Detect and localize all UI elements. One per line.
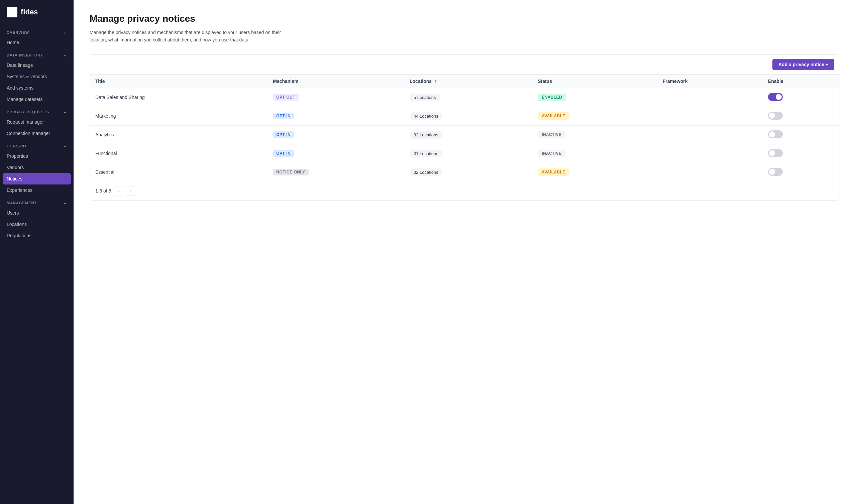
sidebar-item-systems-vendors[interactable]: Systems & vendors [0,71,74,82]
status-badge-2: INACTIVE [538,131,566,138]
enable-toggle-1[interactable] [768,112,783,120]
sidebar-item-locations[interactable]: Locations [0,219,74,230]
table-toolbar: Add a privacy notice + [90,55,840,74]
chevron-up-icon: ⌄ [63,30,67,35]
locations-pill-2: 32 Locations [410,131,442,139]
nav-section-privacy-requests: PRIVACY REQUESTS ⌄ [0,105,74,116]
cell-title-1: Marketing [90,107,268,125]
toggle-slider-1 [768,112,783,120]
cell-status-0: ENABLED [532,88,657,107]
main-content: Manage privacy notices Manage the privac… [74,0,856,504]
mechanism-badge-0: OPT OUT [273,94,299,101]
cell-mechanism-1: OPT IN [268,107,404,125]
sidebar-item-home[interactable]: Home [0,37,74,48]
toggle-slider-0 [768,93,783,101]
status-badge-0: ENABLED [538,94,566,101]
cell-enable-0 [763,88,840,107]
cell-status-1: AVAILABLE [532,107,657,125]
cell-mechanism-3: OPT IN [268,144,404,163]
cell-enable-1 [763,107,840,125]
sort-icon: ▼ [434,79,438,83]
logo-text: fides [21,8,38,16]
cell-mechanism-0: OPT OUT [268,88,404,107]
col-header-locations[interactable]: Locations ▼ [404,74,532,88]
notices-table: Title Mechanism Locations ▼ Status [90,74,840,181]
cell-status-3: INACTIVE [532,144,657,163]
cell-enable-2 [763,125,840,144]
sidebar-item-request-manager[interactable]: Request manager [0,116,74,128]
cell-locations-2: 32 Locations [404,125,532,144]
toggle-slider-4 [768,168,783,176]
col-header-mechanism: Mechanism [268,74,404,88]
locations-pill-4: 32 Locations [410,168,442,176]
mechanism-badge-2: OPT IN [273,131,294,138]
logo: fides [0,0,74,25]
locations-pill-1: 44 Locations [410,112,442,120]
pagination-next-button[interactable]: › [126,186,135,196]
nav-section-consent: CONSENT ⌄ [0,139,74,150]
status-badge-1: AVAILABLE [538,112,569,120]
col-header-title: Title [90,74,268,88]
locations-pill-0: 5 Locations [410,94,440,101]
add-privacy-notice-button[interactable]: Add a privacy notice + [772,59,834,70]
nav-section-data-inventory: DATA INVENTORY ⌄ [0,48,74,59]
table-row[interactable]: Data Sales and Sharing OPT OUT 5 Locatio… [90,88,840,107]
chevron-up-icon: ⌄ [63,110,67,114]
table-row[interactable]: Analytics OPT IN 32 Locations INACTIVE [90,125,840,144]
cell-status-2: INACTIVE [532,125,657,144]
cell-enable-4 [763,163,840,181]
cell-framework-2 [657,125,763,144]
enable-toggle-4[interactable] [768,168,783,176]
table-row[interactable]: Essential NOTICE ONLY 32 Locations AVAIL… [90,163,840,181]
cell-locations-0: 5 Locations [404,88,532,107]
sidebar-item-vendors[interactable]: Vendors [0,162,74,173]
status-badge-4: AVAILABLE [538,168,569,176]
table-header-row: Title Mechanism Locations ▼ Status [90,74,840,88]
toggle-slider-2 [768,130,783,138]
sidebar-item-connection-manager[interactable]: Connection manager [0,128,74,139]
cell-mechanism-4: NOTICE ONLY [268,163,404,181]
chevron-up-icon: ⌄ [63,200,67,205]
col-header-status: Status [532,74,657,88]
toggle-slider-3 [768,149,783,157]
pagination-prev-button[interactable]: ‹ [114,186,123,196]
sidebar-item-properties[interactable]: Properties [0,150,74,162]
cell-framework-3 [657,144,763,163]
logo-box [7,7,17,17]
enable-toggle-0[interactable] [768,93,783,101]
notices-table-container: Add a privacy notice + Title Mechanism L… [90,54,840,200]
mechanism-badge-3: OPT IN [273,150,294,157]
col-header-enable: Enable [763,74,840,88]
cell-title-4: Essential [90,163,268,181]
sidebar-item-users[interactable]: Users [0,207,74,219]
cell-locations-3: 31 Locations [404,144,532,163]
sidebar-item-add-systems[interactable]: Add systems [0,82,74,94]
cell-title-2: Analytics [90,125,268,144]
enable-toggle-2[interactable] [768,130,783,138]
cell-mechanism-2: OPT IN [268,125,404,144]
page-title: Manage privacy notices [90,13,840,24]
pagination: 1-5 of 5 ‹ › [90,181,840,200]
table-row[interactable]: Marketing OPT IN 44 Locations AVAILABLE [90,107,840,125]
nav-section-overview: OVERVIEW ⌄ [0,25,74,37]
table-row[interactable]: Functional OPT IN 31 Locations INACTIVE [90,144,840,163]
sidebar-item-regulations[interactable]: Regulations [0,230,74,241]
locations-pill-3: 31 Locations [410,150,442,158]
pagination-label: 1-5 of 5 [95,188,111,194]
cell-locations-1: 44 Locations [404,107,532,125]
sidebar-item-experiences[interactable]: Experiences [0,184,74,196]
chevron-up-icon: ⌄ [63,53,67,57]
sidebar-item-data-lineage[interactable]: Data lineage [0,59,74,71]
cell-enable-3 [763,144,840,163]
sidebar-item-manage-datasets[interactable]: Manage datasets [0,94,74,105]
status-badge-3: INACTIVE [538,150,566,157]
cell-status-4: AVAILABLE [532,163,657,181]
chevron-up-icon: ⌄ [63,144,67,148]
col-header-framework: Framework [657,74,763,88]
sidebar-item-notices[interactable]: Notices [3,173,71,184]
cell-framework-1 [657,107,763,125]
sidebar: fides OVERVIEW ⌄ Home DATA INVENTORY ⌄ D… [0,0,74,504]
enable-toggle-3[interactable] [768,149,783,157]
mechanism-badge-4: NOTICE ONLY [273,169,308,176]
cell-locations-4: 32 Locations [404,163,532,181]
